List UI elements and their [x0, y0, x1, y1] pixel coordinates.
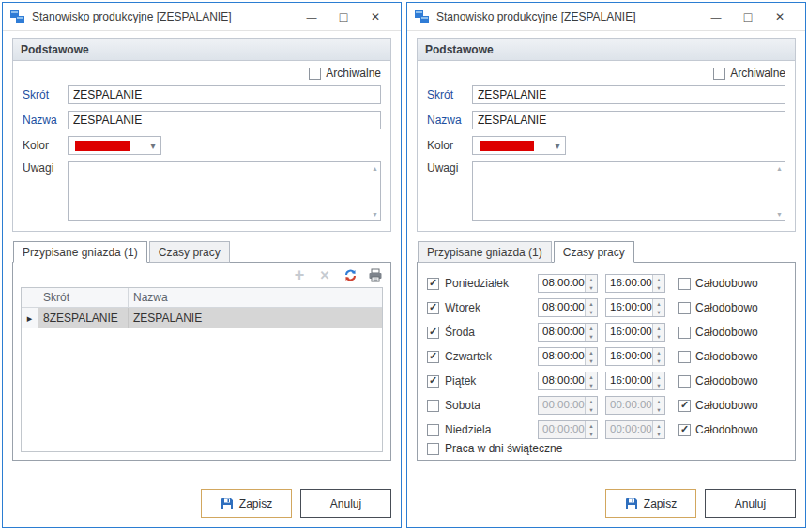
spinner-up-icon[interactable]	[653, 421, 664, 430]
spinner-down-icon[interactable]	[653, 381, 664, 389]
spinner-down-icon[interactable]	[586, 283, 597, 292]
time-from-input[interactable]: 08:00:00	[538, 274, 598, 293]
spinner-down-icon[interactable]	[586, 357, 597, 365]
day-checkbox[interactable]	[427, 351, 439, 363]
spinner-down-icon[interactable]	[653, 430, 664, 438]
close-button[interactable]	[359, 6, 391, 28]
allday-checkbox[interactable]	[678, 400, 691, 412]
nazwa-input[interactable]	[68, 111, 381, 129]
time-to-input[interactable]: 16:00:00	[605, 347, 665, 366]
day-checkbox[interactable]	[427, 278, 439, 290]
refresh-button[interactable]	[343, 267, 358, 282]
spinner-up-icon[interactable]	[653, 324, 664, 332]
time-from-input[interactable]: 08:00:00	[538, 347, 598, 366]
allday-checkbox[interactable]	[678, 327, 691, 339]
spinner-down-icon[interactable]	[653, 405, 664, 414]
spinner-down-icon[interactable]	[653, 308, 664, 316]
archiwalne-checkbox[interactable]	[713, 68, 725, 80]
minimize-button[interactable]	[700, 6, 732, 28]
tab-czasy-pracy[interactable]: Czasy pracy	[554, 241, 634, 263]
time-from-input[interactable]: 00:00:00	[538, 420, 598, 439]
tab-przypisane-gniazda[interactable]: Przypisane gniazda (1)	[13, 241, 147, 263]
spinner-up-icon[interactable]	[653, 397, 664, 405]
time-to-input[interactable]: 16:00:00	[605, 372, 665, 390]
time-from-input[interactable]: 08:00:00	[538, 372, 598, 390]
schedule-row-czwartek: Czwartek 08:00:00 16:00:00 Całodobowo	[427, 344, 785, 369]
spinner-up-icon[interactable]	[586, 348, 597, 357]
table-row[interactable]: 8ZESPALANIE ZESPALANIE	[22, 308, 382, 328]
delete-button[interactable]	[317, 267, 332, 282]
titlebar[interactable]: Stanowisko produkcyjne [ZESPALANIE]	[407, 3, 805, 31]
spinner-down-icon[interactable]	[653, 357, 664, 365]
time-from-input[interactable]: 08:00:00	[538, 323, 598, 342]
allday-checkbox[interactable]	[678, 375, 691, 388]
spinner-up-icon[interactable]	[653, 348, 664, 357]
allday-label: Całodobowo	[695, 350, 758, 363]
spinner-up-icon[interactable]	[653, 299, 664, 308]
close-button[interactable]	[764, 6, 796, 28]
spinner-up-icon[interactable]	[586, 299, 597, 308]
maximize-button[interactable]	[732, 6, 764, 28]
time-from-input[interactable]: 08:00:00	[538, 298, 598, 317]
uwagi-label: Uwagi	[23, 161, 68, 175]
scroll-down-icon[interactable]	[776, 211, 783, 218]
spinner-down-icon[interactable]	[586, 308, 597, 316]
time-to-input[interactable]: 16:00:00	[605, 274, 665, 293]
uwagi-textarea[interactable]	[68, 161, 381, 221]
spinner-down-icon[interactable]	[586, 332, 597, 341]
zapisz-button[interactable]: Zapisz	[605, 489, 696, 518]
day-checkbox[interactable]	[427, 327, 439, 339]
anuluj-button[interactable]: Anuluj	[300, 489, 391, 518]
print-button[interactable]	[368, 267, 383, 282]
nazwa-input[interactable]	[472, 111, 785, 129]
kolor-dropdown[interactable]	[472, 136, 566, 155]
holiday-checkbox[interactable]	[427, 443, 439, 455]
skrot-input[interactable]	[68, 85, 381, 104]
spinner-down-icon[interactable]	[586, 381, 597, 389]
kolor-dropdown[interactable]	[68, 136, 161, 155]
spinner-down-icon[interactable]	[653, 332, 664, 341]
titlebar[interactable]: Stanowisko produkcyjne [ZESPALANIE]	[3, 3, 401, 31]
spinner-up-icon[interactable]	[586, 372, 597, 381]
uwagi-textarea[interactable]	[472, 161, 785, 221]
scroll-up-icon[interactable]	[372, 165, 378, 172]
skrot-input[interactable]	[472, 85, 785, 104]
spinner-down-icon[interactable]	[586, 430, 597, 438]
maximize-button[interactable]	[328, 6, 359, 28]
spinner-up-icon[interactable]	[586, 324, 597, 332]
window-czasy: Stanowisko produkcyjne [ZESPALANIE] Pods…	[406, 2, 806, 528]
zapisz-button[interactable]: Zapisz	[201, 489, 292, 518]
day-checkbox[interactable]	[427, 375, 439, 388]
day-checkbox[interactable]	[427, 400, 439, 412]
day-checkbox[interactable]	[427, 302, 439, 314]
header-cell-nazwa[interactable]: Nazwa	[129, 288, 382, 307]
spinner-up-icon[interactable]	[586, 397, 597, 405]
anuluj-button[interactable]: Anuluj	[705, 489, 796, 518]
spinner-up-icon[interactable]	[586, 275, 597, 283]
gniazda-panel: Skrót Nazwa 8ZESPALANIE ZESPALANIE	[12, 262, 391, 461]
tab-przypisane-gniazda[interactable]: Przypisane gniazda (1)	[418, 241, 552, 263]
time-to-input[interactable]: 16:00:00	[605, 323, 665, 342]
spinner-up-icon[interactable]	[653, 372, 664, 381]
minimize-button[interactable]	[296, 6, 328, 28]
spinner-up-icon[interactable]	[586, 421, 597, 430]
scroll-up-icon[interactable]	[776, 165, 783, 172]
day-checkbox[interactable]	[427, 424, 439, 436]
allday-checkbox[interactable]	[678, 424, 691, 436]
spinner-up-icon[interactable]	[653, 275, 664, 283]
tab-czasy-pracy[interactable]: Czasy pracy	[149, 241, 230, 263]
time-to-input[interactable]: 00:00:00	[605, 396, 665, 415]
table-header[interactable]: Skrót Nazwa	[22, 288, 382, 308]
scroll-down-icon[interactable]	[372, 211, 378, 218]
allday-checkbox[interactable]	[678, 302, 691, 314]
time-to-input[interactable]: 16:00:00	[605, 298, 665, 317]
header-cell-skrot[interactable]: Skrót	[38, 288, 129, 307]
archiwalne-checkbox[interactable]	[309, 68, 321, 80]
allday-checkbox[interactable]	[678, 351, 691, 363]
allday-checkbox[interactable]	[678, 278, 691, 290]
add-button[interactable]	[292, 267, 307, 282]
time-to-input[interactable]: 00:00:00	[605, 420, 665, 439]
spinner-down-icon[interactable]	[653, 283, 664, 292]
time-from-input[interactable]: 00:00:00	[538, 396, 598, 415]
spinner-down-icon[interactable]	[586, 405, 597, 414]
